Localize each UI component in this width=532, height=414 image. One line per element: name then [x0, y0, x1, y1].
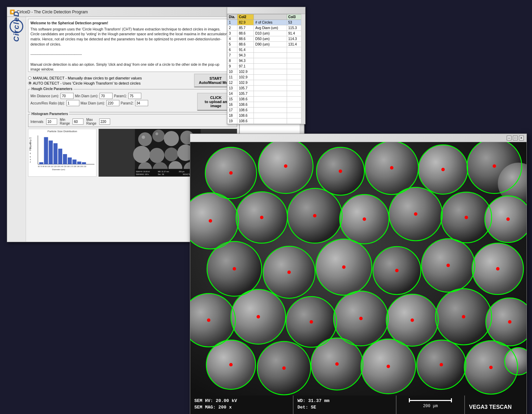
row-dia: 97.1 [237, 64, 254, 69]
svg-text:6: 6 [30, 156, 31, 158]
table-row[interactable]: 6 91.4 [228, 47, 305, 53]
intervals-input[interactable] [46, 118, 57, 125]
row-number: 4 [228, 36, 237, 42]
auto-detect-radio[interactable] [28, 81, 31, 85]
param2-input[interactable] [135, 100, 148, 106]
svg-point-134 [359, 317, 363, 320]
intervals-label: Intervals [30, 120, 43, 124]
row-col2 [254, 80, 287, 86]
svg-point-28 [150, 148, 164, 163]
manual-detect-radio[interactable] [28, 76, 31, 80]
table-scrollbar[interactable] [301, 14, 305, 124]
table-row[interactable]: 11 102.9 [228, 75, 305, 80]
table-scroll-area: Dia. Col2 Col3 1 82.9 # of Circles 53 2 … [227, 14, 305, 124]
svg-point-131 [207, 318, 210, 322]
svg-point-24 [153, 130, 165, 142]
manual-detect-row[interactable]: MANUAL DETECT - Manually draw circles to… [28, 76, 142, 80]
col-dia-header: Dia. [228, 14, 237, 20]
svg-point-128 [395, 269, 399, 272]
histogram-params-title: Histogram Parameters [30, 112, 69, 116]
svg-point-116 [441, 168, 445, 171]
svg-point-127 [342, 265, 346, 269]
row-col2 [254, 58, 287, 64]
svg-rect-18 [77, 162, 81, 164]
min-dist-input[interactable] [61, 93, 74, 99]
table-row[interactable]: 13 105.7 [228, 86, 305, 91]
main-title: CirlceD - The Circle Detection Program [17, 10, 88, 14]
row-number: 14 [228, 91, 237, 97]
svg-text:200 μm: 200 μm [179, 171, 184, 173]
param2-label: Param2: [121, 101, 134, 105]
scale-label: 200 μm [423, 404, 438, 409]
table-row[interactable]: 19 108.6 [228, 118, 305, 124]
table-header: Dia. Col2 Col3 [228, 14, 305, 20]
svg-rect-10 [39, 162, 43, 164]
scale-bar-line [410, 400, 451, 401]
sem-bottom-bar: SEM HV: 20.00 kV SEM MAG: 200 x WD: 31.3… [190, 396, 527, 414]
table-row[interactable]: 16 108.6 [228, 102, 305, 108]
table-row[interactable]: 9 97.1 [228, 64, 305, 69]
table-row[interactable]: 12 102.9 [228, 80, 305, 86]
min-range-input[interactable] [73, 118, 83, 125]
table-row[interactable]: 7 94.3 [228, 53, 305, 58]
table-row[interactable]: 18 108.6 [228, 113, 305, 118]
svg-point-112 [229, 171, 233, 175]
param1-input[interactable] [128, 93, 141, 99]
svg-point-113 [284, 164, 287, 168]
accum-input[interactable] [66, 100, 79, 106]
row-number: 13 [228, 86, 237, 91]
table-row[interactable]: 5 88.6 D90 (um) 131.4 [228, 42, 305, 47]
max-diam-input[interactable] [106, 100, 119, 106]
max-range-label: MaxRange [86, 118, 96, 125]
histogram-chart-title: Particle Size Distribution [28, 129, 96, 134]
svg-point-142 [440, 363, 443, 366]
hough-row1: Min Distance (um): Min Diam (um): Param1… [30, 93, 194, 99]
row-dia: 102.9 [237, 75, 254, 80]
svg-point-135 [411, 318, 414, 322]
table-row[interactable]: 2 85.7 Avg Diam (um) 115.3 [228, 25, 305, 31]
row-col2 [254, 64, 287, 69]
title-bar-left: ◉ CirlceD - The Circle Detection Program [10, 10, 88, 14]
sem-image-area [190, 142, 527, 396]
auto-detect-row[interactable]: AUTO DETECT - Uses 'Circle Hough Transfo… [28, 81, 142, 85]
svg-text:60 70 80 90 100 110 120 130 14: 60 70 80 90 100 110 120 130 140 150 160 … [38, 166, 87, 167]
img-close-button[interactable]: ✕ [519, 136, 524, 140]
table-row[interactable]: 17 108.6 [228, 108, 305, 113]
row-col2 [254, 91, 287, 97]
img-minimize-button[interactable]: ─ [507, 136, 511, 140]
table-row[interactable]: 15 108.6 [228, 97, 305, 102]
svg-point-119 [260, 216, 263, 219]
row-number: 12 [228, 80, 237, 86]
row-number: 2 [228, 25, 237, 31]
sem-scale-area: 200 μm [397, 396, 465, 414]
svg-point-123 [465, 216, 468, 219]
table-row[interactable]: 3 88.6 D10 (um) 91.4 [228, 31, 305, 36]
table-row[interactable]: 1 82.9 # of Circles 53 [228, 20, 305, 25]
svg-point-126 [287, 271, 291, 274]
row-col2 [254, 86, 287, 91]
table-row[interactable]: 14 105.7 [228, 91, 305, 97]
table-row[interactable]: 4 88.6 D50 (um) 114.3 [228, 36, 305, 42]
table-row[interactable]: 8 94.3 [228, 58, 305, 64]
svg-point-136 [462, 315, 465, 318]
col2-header-right [254, 14, 287, 20]
svg-point-132 [257, 315, 260, 318]
svg-point-139 [282, 366, 286, 370]
img-maximize-button[interactable]: □ [513, 136, 518, 140]
row-dia: 82.9 [237, 20, 254, 25]
svg-point-122 [414, 212, 417, 216]
svg-point-141 [387, 365, 390, 368]
row-col2: Avg Diam (um) [254, 25, 287, 31]
max-range-input[interactable] [99, 118, 110, 125]
table-row[interactable]: 10 102.9 [228, 69, 305, 75]
svg-rect-14 [58, 149, 62, 164]
sem-hv: SEM HV: 20.00 kV [194, 398, 289, 403]
sem-mag: SEM MAG: 200 x [194, 405, 289, 410]
hough-params-box: Hough Circle Parameters Min Distance (um… [28, 89, 237, 112]
svg-point-27 [133, 146, 150, 163]
min-diam-input[interactable] [100, 93, 113, 99]
col2-header: Col2 [237, 14, 254, 20]
row-col2: # of Circles [254, 20, 287, 25]
row-dia: 102.9 [237, 80, 254, 86]
param1-label: Param1: [114, 94, 127, 98]
